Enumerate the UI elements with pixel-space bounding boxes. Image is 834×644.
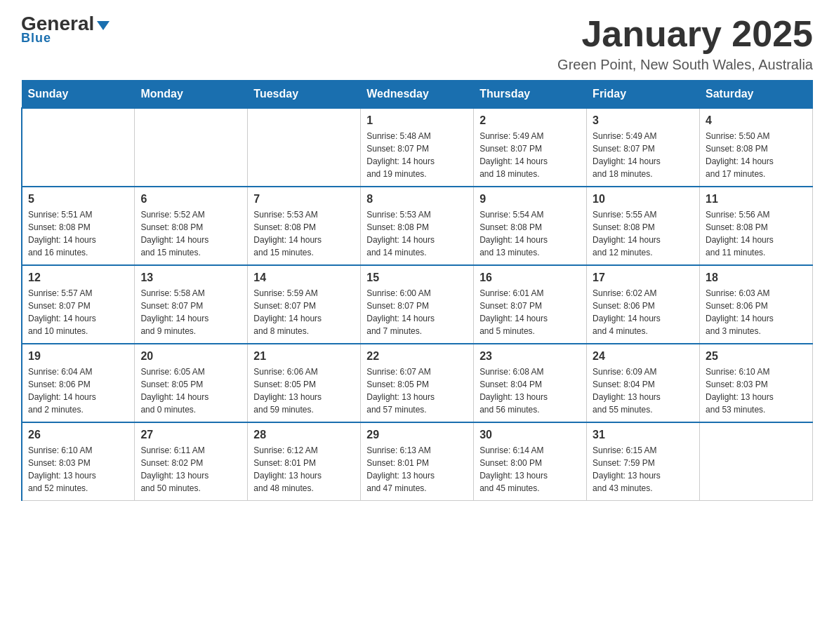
day-info: Sunrise: 5:54 AM Sunset: 8:08 PM Dayligh…	[479, 208, 581, 259]
calendar-cell: 29Sunrise: 6:13 AM Sunset: 8:01 PM Dayli…	[361, 422, 474, 501]
day-info: Sunrise: 5:55 AM Sunset: 8:08 PM Dayligh…	[593, 208, 694, 259]
day-info: Sunrise: 5:52 AM Sunset: 8:08 PM Dayligh…	[140, 208, 241, 259]
calendar-cell: 14Sunrise: 5:59 AM Sunset: 8:07 PM Dayli…	[248, 265, 361, 344]
calendar-cell: 5Sunrise: 5:51 AM Sunset: 8:08 PM Daylig…	[22, 187, 135, 265]
calendar-week-row: 12Sunrise: 5:57 AM Sunset: 8:07 PM Dayli…	[22, 265, 813, 344]
day-number: 26	[28, 429, 128, 441]
calendar-cell: 16Sunrise: 6:01 AM Sunset: 8:07 PM Dayli…	[474, 265, 587, 344]
calendar-cell: 3Sunrise: 5:49 AM Sunset: 8:07 PM Daylig…	[587, 108, 700, 187]
day-number: 1	[366, 114, 468, 127]
col-header-tuesday: Tuesday	[248, 81, 361, 109]
calendar-cell: 24Sunrise: 6:09 AM Sunset: 8:04 PM Dayli…	[587, 344, 700, 422]
day-number: 29	[366, 429, 468, 441]
calendar-week-row: 26Sunrise: 6:10 AM Sunset: 8:03 PM Dayli…	[22, 422, 813, 501]
col-header-sunday: Sunday	[22, 81, 135, 109]
calendar-cell: 21Sunrise: 6:06 AM Sunset: 8:05 PM Dayli…	[248, 344, 361, 422]
calendar-cell: 30Sunrise: 6:14 AM Sunset: 8:00 PM Dayli…	[474, 422, 587, 501]
logo-triangle-icon	[97, 21, 110, 30]
calendar-cell: 28Sunrise: 6:12 AM Sunset: 8:01 PM Dayli…	[248, 422, 361, 501]
day-info: Sunrise: 5:59 AM Sunset: 8:07 PM Dayligh…	[253, 287, 355, 337]
calendar-cell: 7Sunrise: 5:53 AM Sunset: 8:08 PM Daylig…	[248, 187, 361, 265]
day-number: 4	[706, 114, 807, 127]
calendar-cell: 26Sunrise: 6:10 AM Sunset: 8:03 PM Dayli…	[22, 422, 135, 501]
day-info: Sunrise: 6:06 AM Sunset: 8:05 PM Dayligh…	[253, 365, 355, 416]
calendar-table: SundayMondayTuesdayWednesdayThursdayFrid…	[21, 80, 813, 501]
day-info: Sunrise: 5:53 AM Sunset: 8:08 PM Dayligh…	[253, 208, 355, 259]
title-block: January 2025 Green Point, New South Wale…	[557, 14, 813, 73]
calendar-cell	[135, 108, 248, 187]
day-number: 9	[479, 193, 581, 206]
logo: General Blue	[21, 14, 110, 46]
page-header: General Blue January 2025 Green Point, N…	[21, 14, 813, 73]
calendar-cell: 23Sunrise: 6:08 AM Sunset: 8:04 PM Dayli…	[474, 344, 587, 422]
day-info: Sunrise: 5:49 AM Sunset: 8:07 PM Dayligh…	[479, 130, 581, 180]
day-number: 10	[593, 193, 694, 206]
col-header-wednesday: Wednesday	[361, 81, 474, 109]
day-number: 5	[28, 193, 128, 206]
day-info: Sunrise: 6:09 AM Sunset: 8:04 PM Dayligh…	[593, 365, 694, 416]
day-number: 23	[479, 350, 581, 363]
day-number: 6	[140, 193, 241, 206]
calendar-cell	[700, 422, 813, 501]
day-number: 20	[140, 350, 241, 363]
calendar-cell: 9Sunrise: 5:54 AM Sunset: 8:08 PM Daylig…	[474, 187, 587, 265]
calendar-cell: 19Sunrise: 6:04 AM Sunset: 8:06 PM Dayli…	[22, 344, 135, 422]
day-info: Sunrise: 6:04 AM Sunset: 8:06 PM Dayligh…	[28, 365, 128, 416]
day-info: Sunrise: 5:50 AM Sunset: 8:08 PM Dayligh…	[706, 130, 807, 180]
day-number: 22	[366, 350, 468, 363]
day-info: Sunrise: 6:02 AM Sunset: 8:06 PM Dayligh…	[593, 287, 694, 337]
day-info: Sunrise: 6:11 AM Sunset: 8:02 PM Dayligh…	[140, 444, 241, 495]
logo-sub-text: Blue	[21, 31, 51, 46]
day-info: Sunrise: 6:15 AM Sunset: 7:59 PM Dayligh…	[593, 444, 694, 495]
day-info: Sunrise: 6:07 AM Sunset: 8:05 PM Dayligh…	[366, 365, 468, 416]
day-info: Sunrise: 6:00 AM Sunset: 8:07 PM Dayligh…	[366, 287, 468, 337]
day-info: Sunrise: 5:57 AM Sunset: 8:07 PM Dayligh…	[28, 287, 128, 337]
day-info: Sunrise: 5:53 AM Sunset: 8:08 PM Dayligh…	[366, 208, 468, 259]
day-info: Sunrise: 6:10 AM Sunset: 8:03 PM Dayligh…	[706, 365, 807, 416]
page-title: January 2025	[557, 14, 813, 54]
calendar-cell: 27Sunrise: 6:11 AM Sunset: 8:02 PM Dayli…	[135, 422, 248, 501]
day-info: Sunrise: 5:51 AM Sunset: 8:08 PM Dayligh…	[28, 208, 128, 259]
col-header-monday: Monday	[135, 81, 248, 109]
calendar-week-row: 1Sunrise: 5:48 AM Sunset: 8:07 PM Daylig…	[22, 108, 813, 187]
calendar-week-row: 19Sunrise: 6:04 AM Sunset: 8:06 PM Dayli…	[22, 344, 813, 422]
day-info: Sunrise: 6:14 AM Sunset: 8:00 PM Dayligh…	[479, 444, 581, 495]
calendar-cell: 13Sunrise: 5:58 AM Sunset: 8:07 PM Dayli…	[135, 265, 248, 344]
day-info: Sunrise: 6:01 AM Sunset: 8:07 PM Dayligh…	[479, 287, 581, 337]
calendar-cell: 8Sunrise: 5:53 AM Sunset: 8:08 PM Daylig…	[361, 187, 474, 265]
day-number: 2	[479, 114, 581, 127]
calendar-cell: 25Sunrise: 6:10 AM Sunset: 8:03 PM Dayli…	[700, 344, 813, 422]
calendar-cell: 17Sunrise: 6:02 AM Sunset: 8:06 PM Dayli…	[587, 265, 700, 344]
day-info: Sunrise: 5:48 AM Sunset: 8:07 PM Dayligh…	[366, 130, 468, 180]
calendar-cell: 10Sunrise: 5:55 AM Sunset: 8:08 PM Dayli…	[587, 187, 700, 265]
day-number: 8	[366, 193, 468, 206]
day-number: 15	[366, 271, 468, 284]
col-header-thursday: Thursday	[474, 81, 587, 109]
day-info: Sunrise: 6:08 AM Sunset: 8:04 PM Dayligh…	[479, 365, 581, 416]
calendar-cell: 4Sunrise: 5:50 AM Sunset: 8:08 PM Daylig…	[700, 108, 813, 187]
page-subtitle: Green Point, New South Wales, Australia	[557, 57, 813, 73]
calendar-header-row: SundayMondayTuesdayWednesdayThursdayFrid…	[22, 81, 813, 109]
calendar-cell: 20Sunrise: 6:05 AM Sunset: 8:05 PM Dayli…	[135, 344, 248, 422]
calendar-cell	[248, 108, 361, 187]
calendar-cell: 6Sunrise: 5:52 AM Sunset: 8:08 PM Daylig…	[135, 187, 248, 265]
day-number: 16	[479, 271, 581, 284]
day-number: 25	[706, 350, 807, 363]
day-info: Sunrise: 6:12 AM Sunset: 8:01 PM Dayligh…	[253, 444, 355, 495]
day-number: 3	[593, 114, 694, 127]
calendar-cell	[22, 108, 135, 187]
day-number: 28	[253, 429, 355, 441]
day-number: 21	[253, 350, 355, 363]
calendar-cell: 1Sunrise: 5:48 AM Sunset: 8:07 PM Daylig…	[361, 108, 474, 187]
col-header-saturday: Saturday	[700, 81, 813, 109]
calendar-cell: 18Sunrise: 6:03 AM Sunset: 8:06 PM Dayli…	[700, 265, 813, 344]
day-number: 17	[593, 271, 694, 284]
day-number: 13	[140, 271, 241, 284]
day-info: Sunrise: 6:13 AM Sunset: 8:01 PM Dayligh…	[366, 444, 468, 495]
calendar-week-row: 5Sunrise: 5:51 AM Sunset: 8:08 PM Daylig…	[22, 187, 813, 265]
day-info: Sunrise: 6:05 AM Sunset: 8:05 PM Dayligh…	[140, 365, 241, 416]
calendar-cell: 12Sunrise: 5:57 AM Sunset: 8:07 PM Dayli…	[22, 265, 135, 344]
day-number: 19	[28, 350, 128, 363]
day-number: 30	[479, 429, 581, 441]
calendar-cell: 15Sunrise: 6:00 AM Sunset: 8:07 PM Dayli…	[361, 265, 474, 344]
